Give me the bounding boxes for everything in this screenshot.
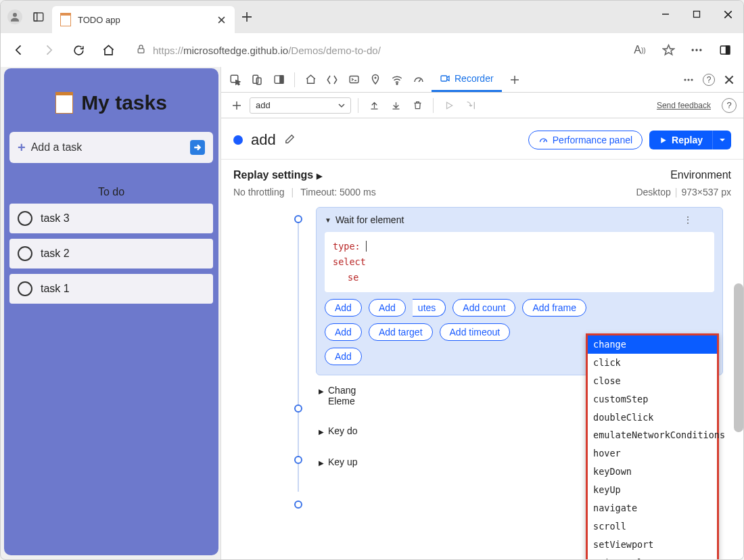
section-todo-label: To do: [9, 181, 213, 204]
add-chip[interactable]: Add: [325, 323, 362, 341]
inspect-icon[interactable]: [227, 71, 244, 89]
network-icon[interactable]: [388, 71, 406, 89]
performance-panel-button[interactable]: Performance panel: [528, 131, 643, 149]
console-icon[interactable]: [345, 71, 363, 89]
tab-actions-icon[interactable]: [32, 10, 45, 24]
favorite-icon[interactable]: [657, 39, 680, 62]
profile-icon[interactable]: [7, 9, 22, 24]
browser-tab[interactable]: TODO app: [52, 6, 235, 33]
scrollbar-thumb[interactable]: [734, 283, 743, 432]
scrollbar[interactable]: [734, 283, 743, 432]
help-icon[interactable]: ?: [722, 98, 737, 113]
forward-button: [37, 39, 60, 62]
recording-select[interactable]: add: [250, 97, 351, 114]
collapse-icon[interactable]: ▼: [325, 216, 331, 224]
task-item[interactable]: task 3: [9, 204, 213, 233]
autocomplete-item[interactable]: customStep: [588, 390, 717, 409]
type-autocomplete-dropdown[interactable]: changeclickclosecustomStepdoubleClickemu…: [586, 333, 719, 560]
address-bar[interactable]: https://microsoftedge.github.io/Demos/de…: [126, 38, 622, 62]
svg-point-5: [692, 49, 694, 51]
step-code-editor[interactable]: type: select se: [325, 232, 714, 292]
new-recording-icon[interactable]: [228, 97, 246, 114]
new-tab-button[interactable]: [235, 1, 259, 33]
replay-settings-values: No throttling|Timeout: 5000 ms: [233, 187, 376, 197]
help-icon[interactable]: ?: [700, 71, 718, 89]
timeline-dot: [294, 215, 302, 223]
add-task-input[interactable]: + Add a task: [9, 132, 213, 163]
replay-settings-heading[interactable]: Replay settings ▶: [233, 169, 376, 181]
delete-icon[interactable]: [409, 97, 426, 114]
add-timeout-chip[interactable]: Add timeout: [440, 323, 511, 341]
edit-name-icon[interactable]: [284, 133, 296, 147]
add-count-chip[interactable]: Add count: [452, 299, 515, 317]
svg-rect-4: [138, 48, 144, 52]
close-devtools-icon[interactable]: [720, 71, 738, 89]
replay-button[interactable]: Replay: [649, 131, 712, 149]
add-chip[interactable]: Add: [325, 299, 362, 317]
add-chip-partial[interactable]: utes: [413, 299, 446, 317]
add-frame-chip[interactable]: Add frame: [522, 299, 586, 317]
task-checkbox-icon[interactable]: [18, 246, 32, 261]
autocomplete-item[interactable]: hover: [588, 444, 717, 463]
svg-rect-3: [694, 11, 700, 18]
task-checkbox-icon[interactable]: [18, 211, 32, 226]
refresh-button[interactable]: [67, 39, 90, 62]
step-more-icon[interactable]: ⋮: [683, 214, 693, 225]
expand-icon[interactable]: ▶: [319, 388, 324, 395]
more-tools-icon[interactable]: [680, 71, 697, 89]
task-item[interactable]: task 1: [9, 274, 213, 304]
welcome-icon[interactable]: [302, 71, 319, 89]
import-icon[interactable]: [387, 97, 404, 114]
add-target-chip[interactable]: Add target: [369, 323, 433, 341]
replay-dropdown-button[interactable]: [712, 131, 731, 149]
minimize-button[interactable]: [650, 1, 681, 28]
task-label: task 1: [41, 283, 70, 295]
close-window-button[interactable]: [712, 1, 743, 28]
tab-title: TODO app: [78, 15, 209, 25]
back-button[interactable]: [7, 39, 30, 62]
device-icon[interactable]: [248, 71, 266, 89]
autocomplete-item[interactable]: setViewport: [588, 536, 717, 554]
export-icon[interactable]: [365, 97, 383, 114]
read-aloud-icon[interactable]: A)): [628, 39, 651, 62]
close-tab-icon[interactable]: [216, 14, 227, 25]
add-chip[interactable]: Add: [325, 348, 362, 365]
autocomplete-item[interactable]: keyDown: [588, 463, 717, 481]
play-icon[interactable]: [440, 97, 458, 114]
add-chip[interactable]: Add: [369, 299, 406, 317]
autocomplete-item[interactable]: change: [588, 335, 717, 354]
elements-icon[interactable]: [323, 71, 341, 89]
autocomplete-item[interactable]: close: [588, 372, 717, 390]
maximize-button[interactable]: [681, 1, 712, 28]
autocomplete-item[interactable]: waitForElement: [588, 554, 717, 560]
add-panel-icon[interactable]: [506, 71, 524, 89]
autocomplete-item[interactable]: keyUp: [588, 481, 717, 499]
expand-icon[interactable]: ▶: [319, 428, 324, 436]
lock-icon: [136, 44, 146, 57]
home-button[interactable]: [97, 39, 120, 62]
autocomplete-item[interactable]: emulateNetworkConditions: [588, 426, 717, 444]
sidebar-toggle-icon[interactable]: [714, 39, 737, 62]
task-item[interactable]: task 2: [9, 239, 213, 269]
task-checkbox-icon[interactable]: [18, 281, 32, 296]
submit-arrow-icon[interactable]: [190, 140, 205, 155]
svg-point-19: [684, 78, 686, 80]
performance-icon[interactable]: [410, 71, 427, 89]
autocomplete-item[interactable]: click: [588, 354, 717, 372]
expand-icon[interactable]: ▶: [319, 459, 324, 467]
app-title: My tasks: [81, 91, 167, 114]
send-feedback-link[interactable]: Send feedback: [657, 101, 711, 110]
svg-rect-14: [279, 76, 283, 83]
task-label: task 2: [41, 248, 70, 260]
browser-menu-icon[interactable]: [685, 39, 708, 62]
autocomplete-item[interactable]: navigate: [588, 499, 717, 517]
step-icon[interactable]: [462, 97, 480, 114]
autocomplete-item[interactable]: scroll: [588, 517, 717, 536]
dock-icon[interactable]: [270, 71, 287, 89]
autocomplete-item[interactable]: doubleClick: [588, 409, 717, 427]
recorder-toolbar: add Send feedback ?: [221, 93, 743, 118]
svg-point-6: [695, 49, 697, 51]
svg-rect-18: [441, 76, 447, 81]
sources-icon[interactable]: [367, 71, 384, 89]
tab-recorder[interactable]: Recorder: [432, 67, 502, 92]
